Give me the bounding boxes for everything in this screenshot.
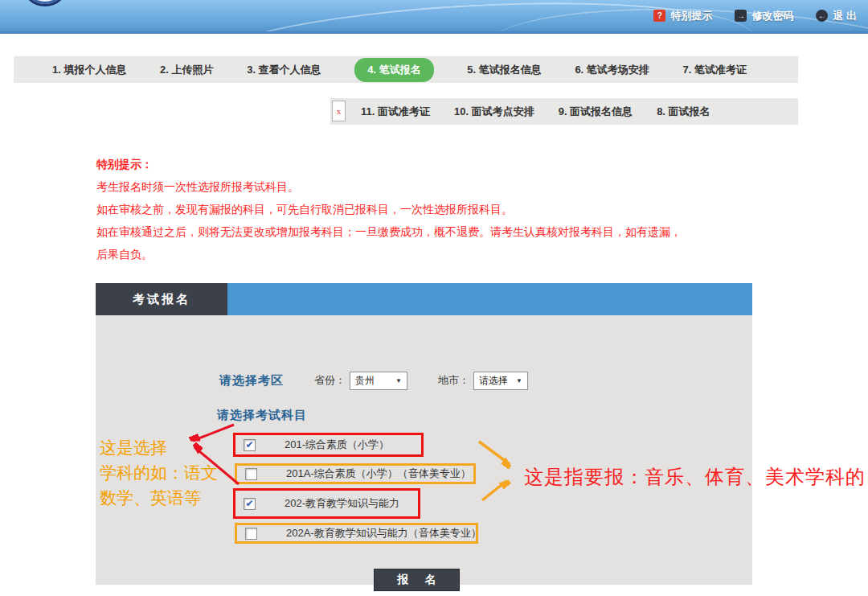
site-logo-seal bbox=[21, 0, 69, 6]
city-select[interactable]: 请选择 ▼ bbox=[473, 372, 528, 390]
top-header-bar: ? 特别提示 → 修改密码 ← 退 出 bbox=[0, 0, 868, 34]
subject-201-checkbox[interactable]: ✔ bbox=[244, 439, 256, 451]
province-select-value: 贵州 bbox=[355, 374, 375, 388]
nav-step-11-interview-ticket[interactable]: 11. 面试准考证 bbox=[361, 105, 430, 119]
nav-step-6-written-venue[interactable]: 6. 笔试考场安排 bbox=[575, 63, 649, 77]
logout-label: 退 出 bbox=[833, 9, 857, 23]
notice-line: 如在审核通过之后，则将无法更改或增加报考科目；一旦缴费成功，概不退费。请考生认真… bbox=[96, 220, 804, 243]
left-annotation-text: 这是选择 学科的如：语文 数学、英语等 bbox=[100, 435, 218, 510]
nav-step-1-fill-info[interactable]: 1. 填报个人信息 bbox=[52, 63, 126, 77]
nav-step-10-interview-venue[interactable]: 10. 面试考点安排 bbox=[454, 105, 534, 119]
panel-tab-exam-registration[interactable]: 考试报名 bbox=[96, 283, 227, 315]
modify-password-label: 修改密码 bbox=[751, 9, 793, 23]
right-annotation-text: 这是指要报：音乐、体育、美术学科的 bbox=[524, 464, 866, 490]
nav-step-8-interview-register[interactable]: 8. 面试报名 bbox=[657, 105, 710, 119]
province-select[interactable]: 贵州 ▼ bbox=[350, 372, 407, 390]
register-submit-button[interactable]: 报 名 bbox=[374, 569, 460, 591]
province-label: 省份： bbox=[314, 373, 346, 388]
header-links: ? 特别提示 → 修改密码 ← 退 出 bbox=[653, 0, 857, 31]
panel-header-bar: 考试报名 bbox=[96, 283, 752, 315]
subject-row-201A[interactable]: 201A-综合素质（小学）（音体美专业） bbox=[235, 463, 476, 484]
subject-row-202[interactable]: ✔ 202-教育教学知识与能力 bbox=[233, 488, 420, 519]
nav-step-3-view-info[interactable]: 3. 查看个人信息 bbox=[247, 63, 321, 77]
wizard-nav-written-steps: 1. 填报个人信息 2. 上传照片 3. 查看个人信息 4. 笔试报名 5. 笔… bbox=[14, 56, 798, 83]
exam-registration-panel: 考试报名 请选择考区 省份： 贵州 ▼ 地市： 请选择 ▼ 请选择考试科目 ✔ bbox=[96, 283, 752, 585]
chevron-down-icon: ▼ bbox=[391, 377, 402, 384]
subject-201-label: 201-综合素质（小学） bbox=[285, 438, 389, 452]
help-icon: ? bbox=[653, 10, 665, 22]
subject-202A-checkbox[interactable] bbox=[245, 528, 257, 540]
notice-line: 如在审核之前，发现有漏报的科目，可先自行取消已报科目，一次性选报所报科目。 bbox=[96, 198, 804, 220]
subject-202-label: 202-教育教学知识与能力 bbox=[285, 496, 399, 511]
subject-row-202A[interactable]: 202A-教育教学知识与能力（音体美专业） bbox=[235, 523, 478, 544]
city-label: 地市： bbox=[438, 373, 469, 388]
nav-step-5-written-register-info[interactable]: 5. 笔试报名信息 bbox=[467, 63, 541, 77]
subject-row-201[interactable]: ✔ 201-综合素质（小学） bbox=[233, 433, 424, 457]
region-heading: 请选择考区 bbox=[219, 373, 284, 388]
nav-step-2-upload-photo[interactable]: 2. 上传照片 bbox=[160, 63, 213, 77]
notice-line: 考生报名时须一次性选报所报考试科目。 bbox=[96, 175, 804, 198]
special-notice-link[interactable]: ? 特别提示 bbox=[653, 9, 712, 23]
broken-image-placeholder: x bbox=[332, 101, 346, 121]
subjects-heading: 请选择考试科目 bbox=[217, 408, 307, 423]
subject-201A-label: 201A-综合素质（小学）（音体美专业） bbox=[286, 467, 471, 481]
modify-password-icon: → bbox=[735, 10, 747, 22]
left-annotation-line: 这是选择 bbox=[100, 435, 218, 460]
logout-link[interactable]: ← 退 出 bbox=[816, 9, 857, 23]
wizard-nav-interview-steps: x 11. 面试准考证 10. 面试考点安排 9. 面试报名信息 8. 面试报名 bbox=[330, 98, 798, 125]
nav-step-4-written-exam-register-active[interactable]: 4. 笔试报名 bbox=[354, 58, 433, 82]
left-annotation-line: 学科的如：语文 bbox=[100, 460, 218, 485]
logout-icon: ← bbox=[816, 10, 828, 22]
region-select-row: 请选择考区 省份： 贵州 ▼ 地市： 请选择 ▼ bbox=[219, 370, 528, 391]
chevron-down-icon: ▼ bbox=[511, 377, 522, 384]
nav-step-9-interview-register-info[interactable]: 9. 面试报名信息 bbox=[559, 105, 633, 119]
page: ? 特别提示 → 修改密码 ← 退 出 1. 填报个人信息 2. 上传照片 3.… bbox=[0, 0, 868, 596]
modify-password-link[interactable]: → 修改密码 bbox=[735, 9, 793, 23]
special-notice-block: 特别提示： 考生报名时须一次性选报所报考试科目。 如在审核之前，发现有漏报的科目… bbox=[96, 153, 804, 265]
subject-201A-checkbox[interactable] bbox=[245, 468, 257, 480]
notice-line: 后果自负。 bbox=[96, 243, 804, 265]
left-annotation-line: 数学、英语等 bbox=[100, 485, 218, 510]
nav-step-7-written-ticket[interactable]: 7. 笔试准考证 bbox=[682, 63, 746, 77]
city-select-value: 请选择 bbox=[479, 374, 508, 388]
notice-title: 特别提示： bbox=[96, 153, 804, 175]
subject-202A-label: 202A-教育教学知识与能力（音体美专业） bbox=[286, 526, 481, 541]
special-notice-label: 特别提示 bbox=[670, 9, 712, 23]
subject-202-checkbox[interactable]: ✔ bbox=[244, 498, 256, 510]
